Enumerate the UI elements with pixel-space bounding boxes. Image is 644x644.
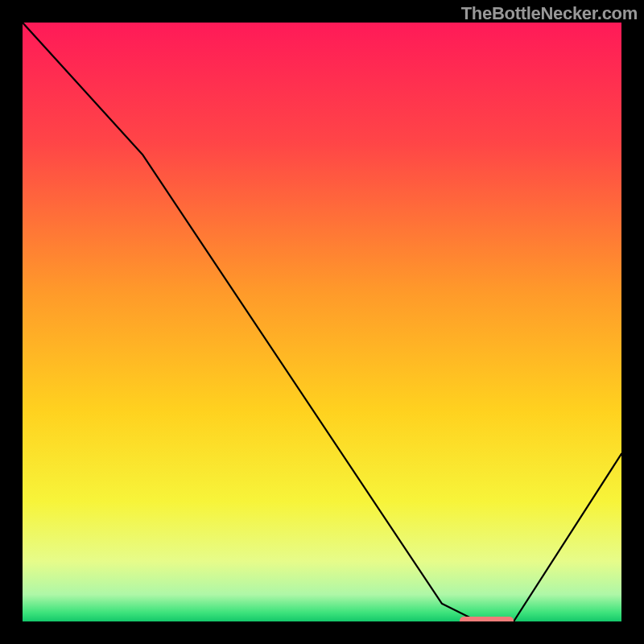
plot-area	[23, 23, 621, 621]
optimal-range-marker	[460, 617, 514, 621]
curve-line	[23, 23, 621, 621]
watermark-text: TheBottleNecker.com	[461, 3, 638, 24]
bottleneck-chart: TheBottleNecker.com	[0, 0, 644, 644]
